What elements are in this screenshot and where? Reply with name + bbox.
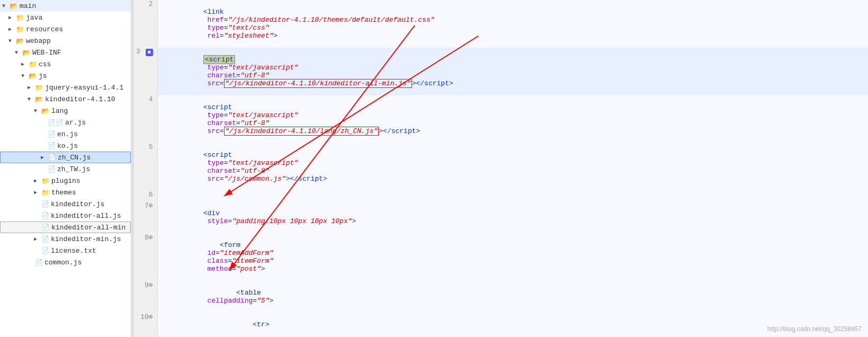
arrow-plugins <box>34 178 41 184</box>
sidebar-item-kindeditor-all-js[interactable]: 📄 kindeditor-all.js <box>0 210 131 221</box>
folder-icon-kindeditor <box>35 95 43 103</box>
sidebar-label-kindeditor: kindeditor-4.1.10 <box>45 95 131 103</box>
file-icon-zh-cn-js: 📄 <box>48 154 56 162</box>
sidebar-item-plugins[interactable]: plugins <box>0 175 131 187</box>
sidebar-label-lang: lang <box>51 107 131 115</box>
file-icon-kindeditor-all-js: 📄 <box>41 212 49 220</box>
line-row-5: 5 <script type="text/javascript" charset… <box>134 143 868 191</box>
folder-icon-themes <box>41 189 50 196</box>
sidebar-label-kindeditor-min-js: kindeditor-min.js <box>51 235 131 243</box>
file-icon-kindeditor-all-min: 📄 <box>42 224 50 232</box>
sidebar-item-resources[interactable]: resources <box>0 23 131 35</box>
sidebar-item-main[interactable]: main <box>0 0 131 12</box>
sidebar-label-kindeditor-js: kindeditor.js <box>51 200 131 208</box>
arrow-main <box>2 3 10 9</box>
sidebar-item-css[interactable]: css <box>0 58 131 70</box>
sidebar-label-resources: resources <box>26 25 131 33</box>
sidebar-label-jquery: jquery-easyui-1.4.1 <box>45 84 131 92</box>
line-row-9: 9⊕ <table cellpadding="5"> <box>134 281 868 313</box>
file-icon-common-js: 📄 <box>35 259 43 267</box>
line-number-8: 8⊕ <box>134 233 157 281</box>
line-marker-3: ■ <box>146 49 153 56</box>
sidebar-label-themes: themes <box>51 189 131 197</box>
file-icon-ko-js: 📄 <box>48 142 56 150</box>
sidebar-item-js[interactable]: js <box>0 70 131 82</box>
file-icon-en-js: 📄 <box>48 130 56 138</box>
line-row-2: 2 <link href="/js/kindeditor-4.1.10/them… <box>134 0 868 48</box>
line-content-9[interactable]: <table cellpadding="5"> <box>157 281 868 313</box>
line-row-7: 7⊕ <div style="padding:10px 10px 10px 10… <box>134 201 868 233</box>
sidebar-item-webinf[interactable]: WEB-INF <box>0 47 131 58</box>
line-content-3[interactable]: <script type="text/javascript" charset="… <box>157 48 868 95</box>
folder-icon-js <box>29 72 37 79</box>
folder-icon-plugins <box>41 177 50 184</box>
sidebar-item-zh-cn-js[interactable]: ▶ 📄 zh_CN.js <box>0 152 131 163</box>
arrow-java <box>8 14 16 21</box>
sidebar-item-kindeditor-all-min[interactable]: 📄 kindeditor-all-min <box>0 221 131 233</box>
sidebar-item-java[interactable]: java <box>0 12 131 23</box>
file-tree[interactable]: main java resources webapp WEB-INF css j… <box>0 0 131 337</box>
sidebar-item-themes[interactable]: themes <box>0 187 131 198</box>
sidebar-label-kindeditor-all-js: kindeditor-all.js <box>51 212 131 220</box>
sidebar-label-main: main <box>20 2 131 10</box>
line-row-4: 4 <script type="text/javascript" charset… <box>134 95 868 143</box>
line-number-6: 6 <box>134 191 157 201</box>
arrow-css <box>21 61 29 67</box>
line-content-8[interactable]: <form id="itemAddForm" class="itemForm" … <box>157 233 868 281</box>
sidebar-label-ar-js: ar.js <box>65 119 131 127</box>
sidebar-item-kindeditor-js[interactable]: 📄 kindeditor.js <box>0 198 131 210</box>
arrow-webapp <box>8 38 16 44</box>
sidebar-item-kindeditor[interactable]: kindeditor-4.1.10 <box>0 93 131 105</box>
line-row-6: 6 <box>134 191 868 201</box>
arrow-jquery <box>28 84 35 91</box>
code-editor[interactable]: 2 <link href="/js/kindeditor-4.1.10/them… <box>134 0 868 337</box>
sidebar-label-kindeditor-all-min: kindeditor-all-min <box>51 224 130 232</box>
line-row-3: 3 ■ <script type="text/javascript" chars… <box>134 48 868 95</box>
line-content-6 <box>157 191 868 201</box>
line-number-10: 10⊕ <box>134 313 157 336</box>
line-number-4: 4 <box>134 95 157 143</box>
line-number-5: 5 <box>134 143 157 191</box>
sidebar-item-jquery[interactable]: jquery-easyui-1.4.1 <box>0 82 131 93</box>
sidebar-item-lang[interactable]: lang <box>0 105 131 117</box>
line-content-10[interactable]: <tr> <box>157 313 868 336</box>
line-number-7: 7⊕ <box>134 201 157 233</box>
sidebar-item-kindeditor-min-js[interactable]: 📄 kindeditor-min.js <box>0 233 131 245</box>
folder-icon-webapp <box>16 37 24 45</box>
folder-icon-css <box>29 60 37 68</box>
sidebar-item-ar-js[interactable]: 📄 ar.js <box>0 117 131 128</box>
sidebar-label-zh-tw-js: zh_TW.js <box>57 165 131 173</box>
file-icon-license: 📄 <box>41 247 49 255</box>
folder-icon-resources <box>16 25 24 33</box>
line-content-2[interactable]: <link href="/js/kindeditor-4.1.10/themes… <box>157 0 868 48</box>
sidebar-label-en-js: en.js <box>57 130 131 138</box>
line-content-4[interactable]: <script type="text/javascript" charset="… <box>157 95 868 143</box>
sidebar-item-common-js[interactable]: 📄 common.js <box>0 256 131 268</box>
watermark: http://blog.csdn.net/qq_30258957 <box>767 325 862 333</box>
arrow-lang <box>34 108 41 114</box>
sidebar-label-license: license.txt <box>51 247 131 255</box>
file-icon-kindeditor-min-js: 📄 <box>41 235 49 243</box>
arrow-js <box>21 73 29 79</box>
sidebar-label-css: css <box>39 60 131 68</box>
arrow-resources <box>8 26 16 32</box>
arrow-kindeditor-min <box>34 236 41 242</box>
line-number-2: 2 <box>134 0 157 48</box>
line-content-7[interactable]: <div style="padding:10px 10px 10px 10px"… <box>157 201 868 233</box>
sidebar-item-ko-js[interactable]: 📄 ko.js <box>0 140 131 152</box>
arrow-kindeditor <box>28 96 35 102</box>
line-row-8: 8⊕ <form id="itemAddForm" class="itemFor… <box>134 233 868 281</box>
file-icon-ar-js: 📄 <box>48 119 64 127</box>
sidebar-item-zh-tw-js[interactable]: 📄 zh_TW.js <box>0 163 131 175</box>
sidebar-item-webapp[interactable]: webapp <box>0 35 131 47</box>
line-number-3: 3 ■ <box>134 48 157 95</box>
line-content-5[interactable]: <script type="text/javascript" charset="… <box>157 143 868 191</box>
sidebar-label-plugins: plugins <box>51 177 131 185</box>
line-row-10: 10⊕ <tr> <box>134 313 868 336</box>
line-number-9: 9⊕ <box>134 281 157 313</box>
sidebar-item-en-js[interactable]: 📄 en.js <box>0 128 131 140</box>
sidebar-item-license[interactable]: 📄 license.txt <box>0 245 131 256</box>
sidebar-label-webapp: webapp <box>26 37 131 45</box>
folder-icon-webinf <box>22 49 31 56</box>
sidebar-label-zh-cn-js: zh_CN.js <box>58 154 130 162</box>
